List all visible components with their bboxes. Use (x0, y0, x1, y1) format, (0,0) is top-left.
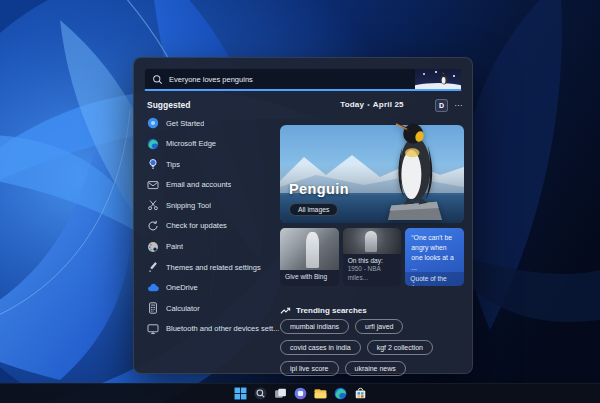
taskbar-search-icon[interactable] (254, 387, 267, 400)
penguin-night-decoration-icon (415, 69, 461, 89)
give-with-bing-image (280, 228, 339, 270)
bluetooth-icon (147, 323, 159, 335)
trending-chip[interactable]: urfi javed (355, 319, 403, 334)
search-box[interactable] (144, 68, 462, 91)
edge-icon[interactable] (334, 387, 347, 400)
card-title: Give with Bing (285, 273, 334, 282)
suggested-item-tips[interactable]: Tips (147, 158, 279, 170)
paint-icon (147, 241, 159, 253)
suggested-item-calculator[interactable]: Calculator (147, 302, 279, 314)
taskbar (0, 383, 600, 403)
hero-title: Penguin (289, 181, 349, 197)
penguin-image (386, 111, 444, 220)
get-started-icon (147, 117, 159, 129)
onedrive-icon (147, 282, 159, 294)
card-title: Quote of the day: (410, 275, 459, 286)
trending-chip[interactable]: ipl live score (280, 361, 339, 376)
suggested-item-get-started[interactable]: Get Started (147, 117, 279, 129)
file-explorer-icon[interactable] (314, 387, 327, 400)
search-panel: Suggested Today•April 25 D … Get Started… (133, 57, 473, 374)
updates-icon (147, 220, 159, 232)
trending-up-icon (280, 305, 291, 316)
trending-chip[interactable]: ukraine news (345, 361, 406, 376)
give-with-bing-card[interactable]: Give with Bing (280, 228, 339, 286)
date-value: April 25 (373, 100, 404, 109)
desktop: Suggested Today•April 25 D … Get Started… (0, 0, 600, 403)
suggested-item-email-accounts[interactable]: Email and accounts (147, 179, 279, 191)
on-this-day-image (343, 228, 402, 254)
cards-row: Give with Bing On this day: 1950 - NBA m… (280, 228, 464, 286)
widgets-icon[interactable] (294, 387, 307, 400)
suggested-heading: Suggested (147, 100, 190, 110)
start-button-icon[interactable] (234, 387, 247, 400)
trending-chip[interactable]: mumbai indians (280, 319, 349, 334)
quote-of-the-day-card[interactable]: “One can't be angry when one looks at a … (405, 228, 464, 286)
trending-header: Trending searches (280, 305, 367, 316)
tips-icon (147, 158, 159, 170)
microsoft-edge-icon (147, 138, 159, 150)
trending-chips: mumbai indians urfi javed covid cases in… (280, 319, 470, 376)
on-this-day-card[interactable]: On this day: 1950 - NBA miles... (343, 228, 402, 286)
trending-chip[interactable]: covid cases in india (280, 340, 361, 355)
card-title: On this day: (348, 257, 397, 266)
microsoft-store-icon[interactable] (354, 387, 367, 400)
date-separator: • (367, 101, 370, 108)
suggested-item-bluetooth-devices[interactable]: Bluetooth and other devices sett... (147, 323, 279, 335)
trending-chip[interactable]: kgf 2 collection (367, 340, 433, 355)
suggested-item-onedrive[interactable]: OneDrive (147, 282, 279, 294)
quote-text: “One can't be angry when one looks at a … (405, 228, 464, 272)
today-label: Today (340, 100, 364, 109)
suggested-item-check-updates[interactable]: Check for updates (147, 220, 279, 232)
suggested-item-microsoft-edge[interactable]: Microsoft Edge (147, 138, 279, 150)
search-icon (152, 74, 163, 85)
calculator-icon (147, 302, 159, 314)
hero-card-wrap: Penguin All images (280, 125, 464, 223)
more-options-button[interactable]: … (454, 98, 464, 108)
task-view-icon[interactable] (274, 387, 287, 400)
snipping-tool-icon (147, 199, 159, 211)
email-icon (147, 179, 159, 191)
suggested-item-paint[interactable]: Paint (147, 241, 279, 253)
trending-title: Trending searches (296, 306, 367, 315)
card-subtitle: 1950 - NBA miles... (348, 265, 397, 282)
themes-icon (147, 261, 159, 273)
all-images-button[interactable]: All images (289, 203, 338, 216)
suggested-item-snipping-tool[interactable]: Snipping Tool (147, 199, 279, 211)
suggested-item-themes[interactable]: Themes and related settings (147, 261, 279, 273)
suggested-list: Get Started Microsoft Edge Tips (147, 117, 279, 344)
